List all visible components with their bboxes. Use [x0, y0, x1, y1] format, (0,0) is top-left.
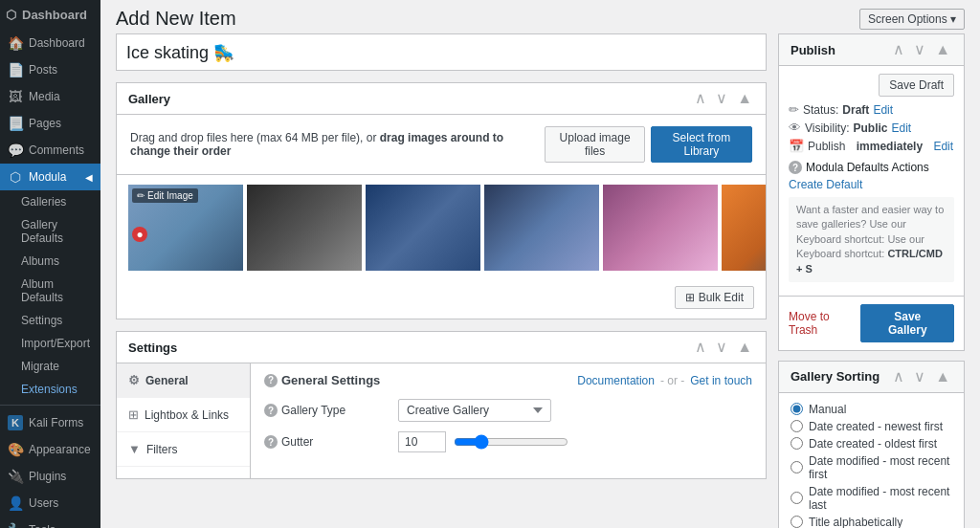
gallery-metabox-header: Gallery ∧ ∨ ▲ [117, 83, 766, 115]
publish-toggle-button[interactable]: ▲ [933, 42, 952, 57]
content-area: Gallery ∧ ∨ ▲ Drag and drop files here (… [100, 33, 980, 528]
gallery-type-row: ? Gallery Type Creative Gallery Custom G… [264, 399, 752, 422]
settings-metabox: Settings ∧ ∨ ▲ ⚙ General ⊞ [116, 331, 767, 479]
settings-toggle-button[interactable]: ▲ [735, 340, 754, 355]
sidebar-item-modula[interactable]: ⬡ Modula ◀ [0, 164, 100, 190]
dropzone-text: Drag and drop files here (max 64 MB per … [130, 131, 545, 158]
settings-nav-lightbox-icon: ⊞ [128, 407, 139, 422]
gallery-image-6[interactable] [722, 185, 766, 271]
remove-image-button-1[interactable]: ● [132, 227, 147, 242]
settings-nav-filters[interactable]: ▼ Filters [117, 432, 250, 467]
sidebar-logo[interactable]: ⬡ Dashboard [0, 0, 100, 30]
modula-defaults-help-icon[interactable]: ? [789, 161, 802, 174]
publish-time-row: 📅 Publish immediately Edit [789, 139, 954, 153]
sorting-collapse-down-button[interactable]: ∨ [912, 369, 927, 385]
save-gallery-button[interactable]: Save Gallery [860, 304, 954, 342]
screen-options-button[interactable]: Screen Options ▾ [859, 9, 965, 30]
select-from-library-button[interactable]: Select from Library [651, 126, 752, 163]
publish-time-edit-link[interactable]: Edit [933, 140, 953, 153]
sorting-option-date-oldest[interactable]: Date created - oldest first [791, 437, 952, 451]
sidebar-subitem-import-export[interactable]: Import/Export [0, 332, 100, 355]
gallery-image-2[interactable] [247, 185, 362, 271]
sorting-option-title-alpha[interactable]: Title alphabetically [791, 516, 952, 528]
sidebar-item-pages[interactable]: 📃 Pages [0, 110, 100, 137]
sorting-radio-date-oldest[interactable] [791, 437, 803, 450]
sidebar-subitem-extensions[interactable]: Extensions [0, 378, 100, 401]
sidebar-item-tools[interactable]: 🔧 Tools [0, 517, 100, 528]
sidebar-subitem-migrate[interactable]: Migrate [0, 355, 100, 378]
sidebar-item-media[interactable]: 🖼 Media [0, 83, 100, 110]
sidebar-subitem-galleries[interactable]: Galleries [0, 190, 100, 213]
sorting-option-date-mod-recent[interactable]: Date modified - most recent first [791, 454, 952, 481]
documentation-link[interactable]: Documentation [577, 374, 655, 387]
settings-links: Documentation - or - Get in touch [577, 374, 752, 387]
settings-nav-lightbox[interactable]: ⊞ Lightbox & Links [117, 398, 250, 432]
sidebar-item-appearance[interactable]: 🎨 Appearance [0, 436, 100, 463]
sorting-option-date-newest[interactable]: Date created - newest first [791, 420, 952, 433]
gallery-collapse-down-button[interactable]: ∨ [714, 91, 729, 106]
sorting-toggle-button[interactable]: ▲ [933, 369, 952, 385]
get-in-touch-link[interactable]: Get in touch [690, 374, 752, 387]
sorting-radio-manual[interactable] [791, 403, 803, 415]
settings-collapse-up-button[interactable]: ∧ [693, 340, 708, 355]
sidebar-subitem-settings[interactable]: Settings [0, 309, 100, 332]
users-icon: 👤 [8, 495, 23, 511]
sidebar-item-posts[interactable]: 📄 Posts [0, 56, 100, 83]
sorting-option-manual[interactable]: Manual [791, 403, 952, 416]
move-to-trash-link[interactable]: Move to Trash [789, 310, 860, 337]
bulk-edit-icon: ⊞ [685, 291, 695, 304]
sidebar-subitem-gallery-defaults[interactable]: Gallery Defaults [0, 213, 100, 250]
publish-collapse-up-button[interactable]: ∧ [891, 42, 906, 57]
sidebar-subitem-albums[interactable]: Albums [0, 250, 100, 273]
sidebar-item-dashboard[interactable]: 🏠 Dashboard [0, 30, 100, 56]
sidebar-item-comments[interactable]: 💬 Comments [0, 137, 100, 164]
upload-image-files-button[interactable]: Upload image files [545, 126, 645, 163]
title-input[interactable] [116, 33, 767, 71]
gutter-help-icon[interactable]: ? [264, 435, 278, 449]
publish-collapse-down-button[interactable]: ∨ [912, 42, 927, 57]
right-sidebar: Publish ∧ ∨ ▲ Save Draft ✏ Status: Draft [778, 33, 965, 528]
gallery-type-select[interactable]: Creative Gallery Custom Grid Masonry Sli… [398, 399, 551, 422]
gallery-type-help-icon[interactable]: ? [264, 404, 278, 417]
main-column: Gallery ∧ ∨ ▲ Drag and drop files here (… [116, 33, 767, 528]
gutter-range-input[interactable] [454, 434, 568, 450]
sorting-radio-date-mod-last[interactable] [791, 492, 803, 504]
sidebar-item-users[interactable]: 👤 Users [0, 490, 100, 517]
gallery-collapse-up-button[interactable]: ∧ [693, 91, 708, 106]
sidebar-item-kali-forms[interactable]: K Kali Forms [0, 409, 100, 436]
create-default-link[interactable]: Create Default [789, 178, 954, 191]
sidebar-item-plugins[interactable]: 🔌 Plugins [0, 463, 100, 490]
gallery-dropzone: Drag and drop files here (max 64 MB per … [117, 115, 766, 175]
gallery-toggle-button[interactable]: ▲ [735, 91, 754, 106]
posts-icon: 📄 [8, 62, 23, 77]
visibility-edit-link[interactable]: Edit [891, 121, 911, 135]
save-draft-button[interactable]: Save Draft [879, 74, 954, 97]
settings-nav-filters-label: Filters [146, 443, 178, 456]
sorting-option-date-mod-last[interactable]: Date modified - most recent last [791, 485, 952, 512]
status-edit-link[interactable]: Edit [873, 103, 893, 117]
settings-collapse-down-button[interactable]: ∨ [714, 340, 729, 355]
sorting-radio-title-alpha[interactable] [791, 516, 803, 528]
sidebar-item-label: Tools [29, 523, 56, 528]
sidebar-subitem-album-defaults[interactable]: Album Defaults [0, 273, 100, 309]
sorting-radio-date-newest[interactable] [791, 420, 803, 432]
gallery-image-4[interactable] [484, 185, 599, 271]
gutter-number-input[interactable] [398, 431, 446, 452]
bulk-edit-button[interactable]: ⊞ Bulk Edit [675, 286, 754, 309]
settings-content-header: ? General Settings Documentation - or - … [264, 373, 752, 387]
sorting-title: Gallery Sorting [791, 369, 880, 384]
sorting-collapse-up-button[interactable]: ∧ [891, 369, 906, 385]
general-settings-help-icon[interactable]: ? [264, 374, 278, 387]
sidebar-item-label: Pages [29, 117, 61, 130]
settings-inner: ⚙ General ⊞ Lightbox & Links ▼ Filters [117, 363, 766, 478]
gallery-image-5[interactable] [603, 185, 718, 271]
gallery-image-3[interactable] [366, 185, 480, 271]
sorting-radio-date-mod-recent[interactable] [791, 461, 803, 473]
publish-status-row: ✏ Status: Draft Edit [789, 102, 954, 117]
settings-separator: - or - [660, 374, 684, 387]
sorting-label-title-alpha: Title alphabetically [809, 516, 902, 528]
tools-icon: 🔧 [8, 522, 23, 528]
gallery-image-1[interactable]: ✏ Edit Image ● [128, 185, 243, 271]
drag-instruction: drag images around to change their order [130, 131, 503, 158]
settings-nav-general[interactable]: ⚙ General [117, 363, 250, 398]
